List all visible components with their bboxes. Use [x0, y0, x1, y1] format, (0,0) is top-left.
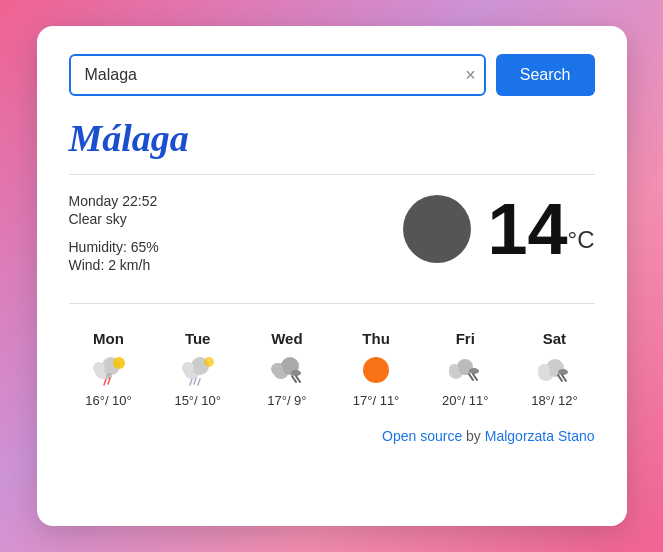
humidity-label: Humidity: [69, 239, 127, 255]
forecast-icon-sat [535, 351, 573, 389]
forecast-row: Mon 16°/ 10° Tue [69, 318, 595, 408]
day-label-fri: Fri [456, 330, 475, 347]
svg-point-24 [469, 368, 479, 374]
datetime: Monday 22:52 [69, 193, 159, 209]
open-source-link[interactable]: Open source [382, 428, 462, 444]
weather-card: × Search Málaga Monday 22:52 Clear sky H… [37, 26, 627, 526]
svg-line-11 [194, 378, 196, 384]
svg-point-23 [449, 364, 459, 374]
temperature-display: 14°C [487, 193, 594, 265]
author-link[interactable]: Malgorzata Stano [485, 428, 595, 444]
wind-value: 2 km/h [108, 257, 150, 273]
day-label-sat: Sat [543, 330, 566, 347]
divider-bottom [69, 303, 595, 304]
search-input[interactable] [69, 54, 486, 96]
forecast-day-sat: Sat 18°/ 12° [514, 330, 594, 408]
humidity: Humidity: 65% [69, 239, 159, 255]
svg-point-13 [204, 357, 214, 367]
svg-point-16 [271, 363, 283, 375]
footer: Open source by Malgorzata Stano [69, 428, 595, 444]
forecast-day-mon: Mon 16°/ 10° [69, 330, 149, 408]
sky-description: Clear sky [69, 211, 159, 227]
forecast-icon-fri [446, 351, 484, 389]
search-row: × Search [69, 54, 595, 96]
svg-point-6 [113, 357, 125, 369]
search-input-wrapper: × [69, 54, 486, 96]
forecast-icon-tue [179, 351, 217, 389]
forecast-day-thu: Thu 17°/ 11° [336, 330, 416, 408]
forecast-temps-tue: 15°/ 10° [174, 393, 221, 408]
wind-label: Wind: [69, 257, 105, 273]
humidity-value: 65% [131, 239, 159, 255]
svg-line-10 [190, 379, 192, 385]
svg-point-2 [93, 362, 105, 374]
forecast-icon-thu [357, 351, 395, 389]
temperature-unit: °C [568, 226, 595, 253]
temperature-section: 14°C [403, 193, 594, 265]
day-label-wed: Wed [271, 330, 302, 347]
divider-top [69, 174, 595, 175]
svg-point-9 [182, 362, 194, 374]
city-title: Málaga [69, 116, 595, 160]
forecast-temps-fri: 20°/ 11° [442, 393, 489, 408]
forecast-day-wed: Wed 17°/ 9° [247, 330, 327, 408]
svg-line-12 [198, 379, 200, 385]
forecast-icon-mon [90, 351, 128, 389]
forecast-day-fri: Fri 20°/ 11° [425, 330, 505, 408]
current-weather-icon [403, 195, 471, 263]
svg-line-4 [104, 379, 106, 385]
search-button[interactable]: Search [496, 54, 595, 96]
weather-info: Monday 22:52 Clear sky Humidity: 65% Win… [69, 193, 159, 273]
clear-icon[interactable]: × [465, 66, 476, 84]
day-label-tue: Tue [185, 330, 211, 347]
svg-point-29 [538, 364, 550, 376]
forecast-temps-thu: 17°/ 11° [353, 393, 400, 408]
temperature-value: 14 [487, 189, 567, 269]
forecast-day-tue: Tue 15°/ 10° [158, 330, 238, 408]
svg-point-3 [106, 373, 112, 379]
day-label-thu: Thu [362, 330, 390, 347]
forecast-temps-sat: 18°/ 12° [531, 393, 578, 408]
svg-point-20 [363, 357, 389, 383]
forecast-temps-wed: 17°/ 9° [267, 393, 306, 408]
wind: Wind: 2 km/h [69, 257, 159, 273]
svg-point-30 [558, 369, 568, 375]
forecast-temps-mon: 16°/ 10° [85, 393, 132, 408]
day-label-mon: Mon [93, 330, 124, 347]
forecast-icon-wed [268, 351, 306, 389]
current-weather: Monday 22:52 Clear sky Humidity: 65% Win… [69, 189, 595, 289]
